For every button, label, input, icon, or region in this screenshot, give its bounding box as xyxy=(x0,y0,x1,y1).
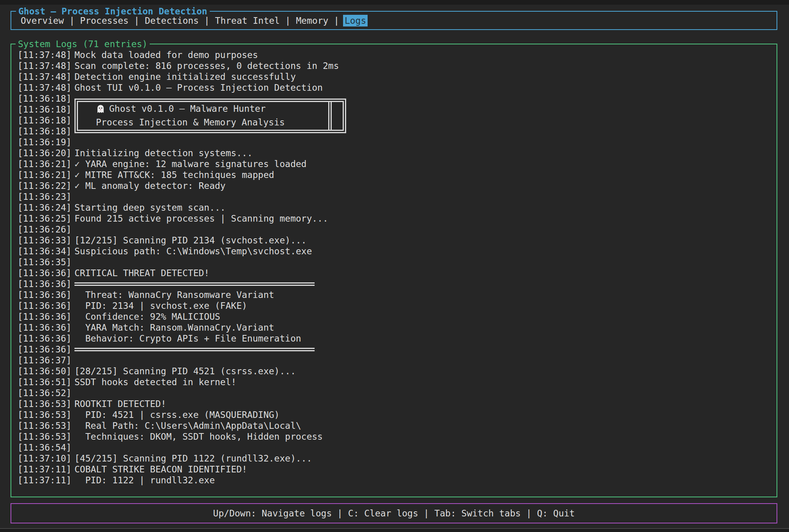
log-row[interactable]: [11:36:51]SSDT hooks detected in kernel! xyxy=(11,377,777,388)
log-timestamp: [11:36:50] xyxy=(18,366,74,377)
tab-logs[interactable]: Logs xyxy=(343,15,368,26)
log-row[interactable]: [11:36:21]✓ MITRE ATT&CK: 185 techniques… xyxy=(11,169,777,180)
log-row[interactable]: [11:36:50][28/215] Scanning PID 4521 (cs… xyxy=(11,366,777,377)
log-row[interactable]: [11:36:53] Techniques: DKOM, SSDT hooks,… xyxy=(11,431,777,442)
log-row[interactable]: [11:36:36] PID: 2134 | svchost.exe (FAKE… xyxy=(11,300,777,311)
log-row[interactable]: [11:36:53] Real Path: C:\Users\Admin\App… xyxy=(11,420,777,431)
ghost-tui-window: Ghost — Process Injection Detection Over… xyxy=(0,0,789,532)
log-timestamp: [11:36:36] xyxy=(18,333,74,344)
log-timestamp: [11:36:21] xyxy=(18,169,74,180)
log-row[interactable]: [11:36:36] xyxy=(11,344,777,355)
log-timestamp: [11:36:22] xyxy=(18,180,74,191)
log-message: Techniques: DKOM, SSDT hooks, Hidden pro… xyxy=(74,431,777,442)
log-timestamp: [11:37:11] xyxy=(18,464,74,475)
log-message xyxy=(74,278,777,289)
log-row[interactable]: [11:37:11] PID: 1122 | rundll32.exe xyxy=(11,475,777,486)
log-message: SSDT hooks detected in kernel! xyxy=(74,377,777,388)
log-timestamp: [11:36:36] xyxy=(18,311,74,322)
double-line-rule xyxy=(74,282,315,286)
log-message xyxy=(74,257,777,268)
log-timestamp: [11:36:25] xyxy=(18,213,74,224)
log-row[interactable]: [11:37:48]Detection engine initialized s… xyxy=(11,71,777,82)
ghost-banner-box: Ghost v0.1.0 — Malware Hunter Process In… xyxy=(74,99,346,133)
log-timestamp: [11:37:10] xyxy=(18,453,74,464)
log-row[interactable]: [11:36:22]✓ ML anomaly detector: Ready xyxy=(11,180,777,191)
log-timestamp: [11:36:18] xyxy=(18,126,74,137)
log-row[interactable]: [11:36:19] xyxy=(11,137,777,148)
log-message: Threat: WannaCry Ransomware Variant xyxy=(74,289,777,300)
log-row[interactable]: [11:37:11]COBALT STRIKE BEACON IDENTIFIE… xyxy=(11,464,777,475)
log-message xyxy=(74,191,777,202)
log-message: ROOTKIT DETECTED! xyxy=(74,398,777,409)
log-row[interactable]: [11:37:48]Mock data loaded for demo purp… xyxy=(11,49,777,60)
log-message xyxy=(74,388,777,398)
log-row[interactable]: [11:37:48]Scan complete: 816 processes, … xyxy=(11,60,777,71)
log-message xyxy=(74,137,777,148)
log-row[interactable]: [11:36:36] Confidence: 92% MALICIOUS xyxy=(11,311,777,322)
log-message: Suspicious path: C:\Windows\Temp\svchost… xyxy=(74,246,777,257)
log-timestamp: [11:36:18] xyxy=(18,115,74,126)
log-row[interactable]: [11:36:36] xyxy=(11,278,777,289)
log-message: Real Path: C:\Users\Admin\AppData\Local\ xyxy=(74,420,777,431)
log-message: Confidence: 92% MALICIOUS xyxy=(74,311,777,322)
log-timestamp: [11:36:54] xyxy=(18,442,74,453)
log-message: [28/215] Scanning PID 4521 (csrss.exe)..… xyxy=(74,366,777,377)
log-timestamp: [11:37:48] xyxy=(18,60,74,71)
log-timestamp: [11:36:36] xyxy=(18,344,74,355)
log-timestamp: [11:36:53] xyxy=(18,420,74,431)
double-line-rule xyxy=(74,348,315,351)
log-row[interactable]: [11:36:23] xyxy=(11,191,777,202)
log-timestamp: [11:36:53] xyxy=(18,409,74,420)
log-message: [45/215] Scanning PID 1122 (rundll32.exe… xyxy=(74,453,777,464)
log-message: Initializing detection systems... xyxy=(74,148,777,159)
log-row[interactable]: [11:37:10][45/215] Scanning PID 1122 (ru… xyxy=(11,453,777,464)
log-row[interactable]: [11:36:33][12/215] Scanning PID 2134 (sv… xyxy=(11,235,777,246)
log-row[interactable]: [11:36:36] Threat: WannaCry Ransomware V… xyxy=(11,289,777,300)
log-message: Detection engine initialized successfull… xyxy=(74,71,777,82)
log-timestamp: [11:36:36] xyxy=(18,289,74,300)
bottom-edge-strip xyxy=(0,528,789,532)
log-timestamp: [11:37:48] xyxy=(18,82,74,93)
log-message: PID: 4521 | csrss.exe (MASQUERADING) xyxy=(74,409,777,420)
tab-separator: | xyxy=(328,15,345,26)
log-message xyxy=(74,224,777,235)
log-row[interactable]: [11:36:52] xyxy=(11,388,777,398)
log-timestamp: [11:37:11] xyxy=(18,475,74,486)
log-timestamp: [11:36:37] xyxy=(18,355,74,366)
log-row[interactable]: [11:36:36] YARA Match: Ransom.WannaCry.V… xyxy=(11,322,777,333)
log-row[interactable]: [11:36:20]Initializing detection systems… xyxy=(11,148,777,159)
log-message: YARA Match: Ransom.WannaCry.Variant xyxy=(74,322,777,333)
tabs-panel: Ghost — Process Injection Detection Over… xyxy=(11,11,777,30)
log-message: CRITICAL THREAT DETECTED! xyxy=(74,268,777,278)
log-row[interactable]: [11:36:37] xyxy=(11,355,777,366)
log-row[interactable]: [11:36:36]CRITICAL THREAT DETECTED! xyxy=(11,268,777,278)
log-timestamp: [11:36:19] xyxy=(18,137,74,148)
log-message: PID: 2134 | svchost.exe (FAKE) xyxy=(74,300,777,311)
log-row[interactable]: [11:36:53]ROOTKIT DETECTED! xyxy=(11,398,777,409)
log-timestamp: [11:37:48] xyxy=(18,71,74,82)
log-message: ✓ MITRE ATT&CK: 185 techniques mapped xyxy=(74,169,777,180)
log-message: Behavior: Crypto APIs + File Enumeration xyxy=(74,333,777,344)
tab-threat-intel[interactable]: Threat Intel xyxy=(215,15,280,26)
status-bar-text: Up/Down: Navigate logs | C: Clear logs |… xyxy=(213,508,575,519)
log-row[interactable]: [11:36:24]Starting deep system scan... xyxy=(11,202,777,213)
log-row[interactable]: [11:36:34]Suspicious path: C:\Windows\Te… xyxy=(11,246,777,257)
log-row[interactable]: [11:36:35] xyxy=(11,257,777,268)
log-message xyxy=(74,442,777,453)
log-row[interactable]: [11:36:53] PID: 4521 | csrss.exe (MASQUE… xyxy=(11,409,777,420)
log-row[interactable]: [11:36:54] xyxy=(11,442,777,453)
log-timestamp: [11:36:26] xyxy=(18,224,74,235)
log-timestamp: [11:36:24] xyxy=(18,202,74,213)
banner-subtitle-line: Process Injection & Memory Analysis xyxy=(78,116,343,129)
log-row[interactable]: [11:36:36] Behavior: Crypto APIs + File … xyxy=(11,333,777,344)
tab-memory[interactable]: Memory xyxy=(296,15,328,26)
log-row[interactable]: [11:37:48]Ghost TUI v0.1.0 — Process Inj… xyxy=(11,82,777,93)
log-timestamp: [11:36:36] xyxy=(18,278,74,289)
log-row[interactable]: [11:36:26] xyxy=(11,224,777,235)
log-row[interactable]: [11:36:25]Found 215 active processes | S… xyxy=(11,213,777,224)
log-message: ✓ YARA engine: 12 malware signatures loa… xyxy=(74,159,777,169)
log-message: Found 215 active processes | Scanning me… xyxy=(74,213,777,224)
log-row[interactable]: [11:36:21]✓ YARA engine: 12 malware sign… xyxy=(11,159,777,169)
log-message xyxy=(74,355,777,366)
top-edge-strip xyxy=(0,0,789,5)
